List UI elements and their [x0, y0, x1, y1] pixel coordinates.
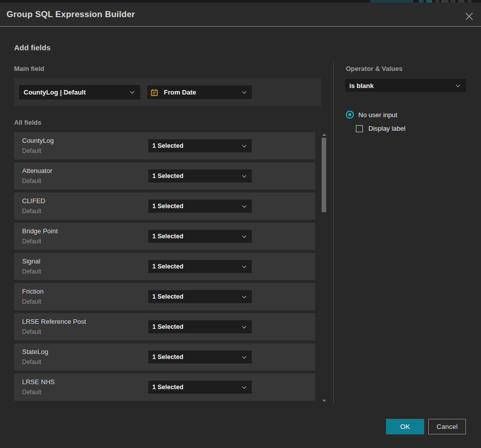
- selection-count-label: 1 Selected: [152, 323, 183, 330]
- chevron-down-icon: [242, 354, 246, 358]
- field-sublabel: Default: [22, 359, 41, 366]
- field-row: Friction Default 1 Selected: [14, 283, 315, 310]
- close-icon[interactable]: [464, 12, 474, 21]
- field-row: LRSE Reference Post Default 1 Selected: [14, 313, 315, 340]
- dialog-title: Group SQL Expression Builder: [7, 3, 135, 26]
- chevron-down-icon: [242, 294, 246, 298]
- field-selection-dropdown[interactable]: 1 Selected: [148, 260, 252, 273]
- selection-count-label: 1 Selected: [152, 384, 183, 391]
- field-row: StateLog Default 1 Selected: [14, 343, 315, 371]
- selection-count-label: 1 Selected: [152, 353, 183, 361]
- title-divider: [0, 26, 481, 27]
- field-sublabel: Default: [22, 147, 41, 154]
- field-row: CLIFED Default 1 Selected: [14, 193, 315, 220]
- main-field-label: Main field: [14, 65, 44, 72]
- main-field-dropdown-value: From Date: [164, 88, 196, 96]
- field-row: LRSE NHS Default 1 Selected: [14, 374, 315, 401]
- all-fields-label: All fields: [14, 119, 41, 126]
- field-name: StateLog: [22, 348, 48, 355]
- calendar-icon: [151, 89, 158, 96]
- field-sublabel: Default: [22, 389, 41, 396]
- field-sublabel: Default: [22, 298, 41, 305]
- field-sublabel: Default: [22, 268, 41, 275]
- field-selection-dropdown[interactable]: 1 Selected: [148, 350, 252, 364]
- operator-dropdown-value: is blank: [349, 82, 373, 89]
- selection-count-label: 1 Selected: [152, 263, 183, 270]
- scrollbar-up-arrow[interactable]: [322, 134, 326, 136]
- selection-count-label: 1 Selected: [152, 203, 183, 210]
- field-row: Signal Default 1 Selected: [14, 253, 315, 280]
- display-label-label: Display label: [368, 125, 406, 132]
- main-field-dropdown[interactable]: From Date: [147, 85, 252, 99]
- field-selection-dropdown[interactable]: 1 Selected: [148, 320, 252, 333]
- selection-count-label: 1 Selected: [152, 142, 183, 149]
- chevron-down-icon: [242, 263, 246, 267]
- display-label-option[interactable]: Display label: [356, 125, 406, 132]
- field-row: Attenuator Default 1 Selected: [14, 162, 315, 190]
- field-name: Bridge Point: [22, 227, 58, 235]
- operator-dropdown[interactable]: is blank: [345, 79, 466, 92]
- vertical-divider: [333, 63, 334, 403]
- no-user-input-option[interactable]: No user input: [346, 111, 397, 119]
- no-user-input-label: No user input: [358, 111, 397, 119]
- field-name: Signal: [22, 257, 40, 265]
- field-name: LRSE NHS: [22, 378, 55, 386]
- field-row: CountyLog Default 1 Selected: [14, 132, 315, 159]
- field-sublabel: Default: [22, 328, 41, 335]
- layer-dropdown-value: CountyLog | Default: [24, 88, 86, 96]
- field-sublabel: Default: [22, 238, 41, 245]
- chevron-down-icon: [242, 143, 246, 147]
- checkbox-unchecked-icon[interactable]: [356, 125, 363, 132]
- chevron-down-icon: [456, 82, 460, 86]
- chevron-down-icon: [242, 233, 246, 237]
- field-selection-dropdown[interactable]: 1 Selected: [148, 169, 252, 183]
- field-name: CLIFED: [22, 197, 45, 205]
- chevron-down-icon: [242, 324, 246, 328]
- field-selection-dropdown[interactable]: 1 Selected: [148, 139, 252, 152]
- scrollbar-thumb[interactable]: [322, 138, 326, 212]
- layer-dropdown[interactable]: CountyLog | Default: [19, 85, 140, 100]
- field-name: Attenuator: [22, 167, 52, 174]
- cancel-button[interactable]: Cancel: [428, 419, 466, 434]
- field-selection-dropdown[interactable]: 1 Selected: [148, 290, 252, 303]
- field-row: Bridge Point Default 1 Selected: [14, 223, 315, 250]
- section-heading: Add fields: [14, 43, 51, 52]
- group-sql-expression-builder-dialog: Group SQL Expression Builder Add fields …: [0, 0, 481, 448]
- chevron-down-icon: [242, 203, 246, 207]
- ok-button[interactable]: OK: [386, 419, 424, 434]
- chevron-down-icon: [242, 89, 246, 94]
- scrollbar-down-arrow[interactable]: [322, 400, 326, 402]
- selection-count-label: 1 Selected: [152, 172, 183, 180]
- dialog-titlebar: Group SQL Expression Builder: [0, 3, 481, 26]
- radio-selected-icon[interactable]: [346, 111, 354, 119]
- selection-count-label: 1 Selected: [152, 293, 183, 300]
- field-selection-dropdown[interactable]: 1 Selected: [148, 230, 252, 243]
- chevron-down-icon: [242, 384, 246, 388]
- field-name: LRSE Reference Post: [22, 318, 86, 325]
- chevron-down-icon: [242, 173, 246, 177]
- field-sublabel: Default: [22, 208, 41, 215]
- field-sublabel: Default: [22, 177, 41, 185]
- field-selection-dropdown[interactable]: 1 Selected: [148, 200, 252, 213]
- field-selection-dropdown[interactable]: 1 Selected: [148, 381, 252, 394]
- field-name: Friction: [22, 288, 44, 295]
- chevron-down-icon: [130, 89, 134, 94]
- field-name: CountyLog: [22, 137, 54, 144]
- operator-values-label: Operator & Values: [346, 65, 403, 72]
- selection-count-label: 1 Selected: [152, 233, 183, 240]
